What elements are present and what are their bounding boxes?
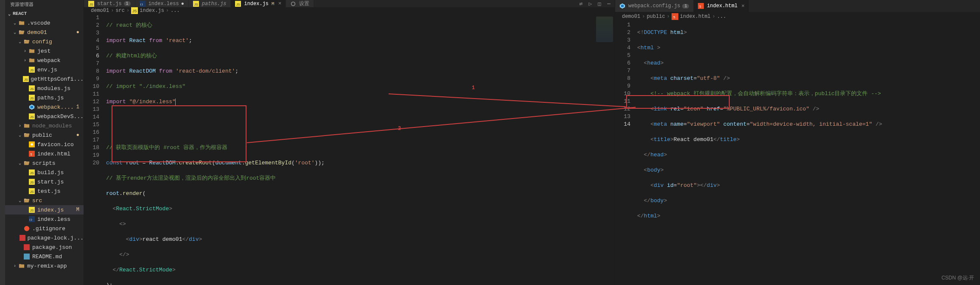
js-icon: JS — [28, 113, 36, 119]
js-icon: JS — [193, 1, 200, 7]
more-icon[interactable]: ⋯ — [607, 0, 610, 7]
tree-item-scripts[interactable]: ⌄scripts — [5, 158, 84, 168]
js-icon: JS — [28, 67, 36, 73]
tab-label: webpack.config.js — [628, 3, 680, 9]
tabs-row-right: webpack.config.js15index.html× — [615, 0, 980, 12]
tree-item-envjs[interactable]: JSenv.js — [5, 65, 84, 74]
svg-text:5: 5 — [31, 153, 32, 156]
tree-item-demo01[interactable]: ⌄demo01● — [5, 28, 84, 37]
breadcrumb-seg[interactable]: demo01 — [622, 14, 640, 20]
cursor — [175, 99, 176, 105]
tree-item-webpack[interactable]: ›webpack — [5, 56, 84, 65]
js-icon: JS — [28, 207, 36, 213]
tab-indexjs[interactable]: JSindex.jsM× — [231, 0, 286, 7]
tab-startjs[interactable]: JSstart.js1 — [84, 0, 135, 7]
tree-item-READMEmd[interactable]: README.md — [5, 252, 84, 261]
compare-icon[interactable]: ⇄ — [580, 0, 583, 7]
run-icon[interactable]: ▷ — [588, 0, 592, 7]
tree-item-packagelockj[interactable]: package-lock.j... — [5, 233, 84, 243]
sidebar-root[interactable]: ⌄ REACT — [5, 9, 84, 18]
close-icon[interactable]: × — [278, 0, 282, 7]
tree-item-jest[interactable]: ›jest — [5, 46, 84, 56]
js-icon: JS — [23, 76, 29, 82]
code-area-left[interactable]: 1234567891011121314151617181920 // react… — [84, 14, 615, 285]
breadcrumb-seg[interactable]: index.html — [680, 14, 711, 20]
breadcrumb-seg[interactable]: public — [647, 14, 665, 20]
line-number: 20 — [84, 159, 99, 167]
tree-label: webpack.... — [37, 104, 74, 110]
tree-item-modulesjs[interactable]: JSmodules.js — [5, 84, 84, 93]
t: </ — [637, 198, 650, 204]
tree-item-node_modules[interactable]: ›node_modules — [5, 121, 84, 130]
gear-icon — [290, 1, 297, 7]
t: "%PUBLIC_URL%/favicon.ico" — [723, 106, 809, 112]
tab-label: 设置 — [299, 0, 309, 7]
breadcrumb-left[interactable]: demo01›src›JSindex.js›... — [84, 7, 615, 14]
line-number: 17 — [84, 136, 99, 144]
breadcrumb-seg[interactable]: ... — [171, 8, 180, 14]
tree-item-gitignore[interactable]: .gitignore — [5, 224, 84, 233]
tree-item-indexless[interactable]: { }index.less — [5, 214, 84, 224]
tab-webpackconfigjs[interactable]: webpack.config.js1 — [615, 0, 694, 12]
tree-item-indexhtml[interactable]: 5index.html — [5, 149, 84, 158]
folder-icon — [18, 20, 25, 26]
line-number: 6 — [84, 52, 99, 60]
line-number: 19 — [84, 152, 99, 159]
tree-item-public[interactable]: ⌄public● — [5, 130, 84, 140]
tree-item-packagejson[interactable]: package.json — [5, 243, 84, 252]
tab-indexhtml[interactable]: 5index.html× — [694, 0, 749, 12]
tree-item-config[interactable]: ⌄config — [5, 37, 84, 46]
t — [667, 106, 670, 112]
tree-item-getHttpsConfi[interactable]: JSgetHttpsConfi... — [5, 74, 84, 84]
tree-item-testjs[interactable]: JStest.js — [5, 186, 84, 196]
t: React — [129, 37, 146, 44]
minimap-left[interactable] — [589, 14, 615, 285]
minimap-right[interactable] — [955, 21, 980, 285]
t: div — [707, 182, 717, 189]
close-icon[interactable]: × — [741, 3, 745, 9]
npm-icon — [23, 244, 31, 250]
svg-text:JS: JS — [132, 9, 137, 13]
t: <> — [106, 221, 126, 227]
tree-item-faviconico[interactable]: favicon.ico — [5, 140, 84, 149]
gutter-left: 1234567891011121314151617181920 — [84, 14, 106, 285]
breadcrumb-seg[interactable]: index.js — [140, 8, 164, 14]
tab-pathsjs[interactable]: JSpaths.js — [189, 0, 231, 7]
tab-label: paths.js — [202, 1, 227, 7]
chevron-right-icon: › — [667, 14, 670, 20]
breadcrumb-right[interactable]: demo01›public›5index.html›... — [615, 12, 980, 21]
tree-item-pathsjs[interactable]: JSpaths.js — [5, 93, 84, 102]
t: meta — [654, 121, 667, 127]
t: // 获取页面模版中的 #root 容器，作为根容器 — [106, 144, 227, 151]
t: = — [139, 160, 149, 166]
tree-label: package-lock.j... — [27, 235, 84, 241]
breadcrumb-seg[interactable]: ... — [717, 14, 726, 20]
git-badge: ● — [76, 29, 79, 35]
breadcrumb-seg[interactable]: src — [115, 8, 125, 14]
tree-item-webpack[interactable]: webpack....1 — [5, 102, 84, 112]
tab-[interactable]: 设置 — [286, 0, 314, 7]
tree-item-vscode[interactable]: ⌄.vscode — [5, 18, 84, 28]
html-icon: 5 — [28, 151, 36, 157]
t: </ — [637, 152, 650, 158]
split-icon[interactable]: ◫ — [598, 0, 601, 7]
tree-item-indexjs[interactable]: JSindex.jsM — [5, 205, 84, 214]
js-icon: JS — [28, 85, 36, 91]
svg-text:JS: JS — [30, 96, 34, 100]
t — [667, 121, 670, 127]
code-left[interactable]: // react 的核心 import React from 'react'; … — [106, 14, 589, 285]
code-right[interactable]: <!DOCTYPE html> <html > <head> <meta cha… — [637, 21, 955, 285]
tab-indexless[interactable]: { }index.less● — [135, 0, 189, 7]
tree-item-buildjs[interactable]: JSbuild.js — [5, 168, 84, 177]
t: "@/index.less" — [129, 99, 176, 105]
tree-item-src[interactable]: ⌄src — [5, 196, 84, 205]
breadcrumb-seg[interactable]: demo01 — [91, 8, 109, 14]
svg-text:JS: JS — [90, 2, 93, 6]
t: > — [657, 213, 661, 219]
tree-item-webpackDevS[interactable]: JSwebpackDevS... — [5, 112, 84, 121]
line-number: 7 — [84, 60, 99, 68]
tree-item-startjs[interactable]: JSstart.js — [5, 177, 84, 186]
code-area-right[interactable]: 1234567891011121314 <!DOCTYPE html> <htm… — [615, 21, 980, 285]
tree-item-myremixapp[interactable]: ›my-remix-app — [5, 261, 84, 271]
t — [667, 75, 670, 82]
